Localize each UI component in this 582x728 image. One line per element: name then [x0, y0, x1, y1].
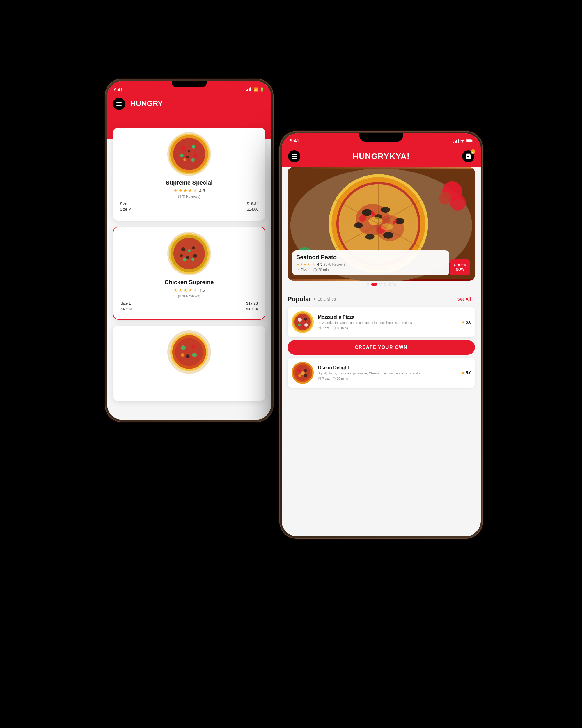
svg-point-6: [193, 153, 197, 158]
svg-point-45: [365, 234, 374, 240]
phone-back: 9:41 📶 🔋: [105, 79, 274, 422]
see-all-label: See All: [458, 297, 471, 302]
food-desc-mozzarella: mozzarella, tomatoes, green pepper, onio…: [318, 321, 458, 325]
food-item-ocean[interactable]: Ocean Delight Squid, clams, crab stick, …: [287, 358, 475, 388]
popular-count: 18 Dishes: [318, 297, 336, 302]
cart-icon: [465, 153, 471, 160]
food-name-ocean: Ocean Delight: [318, 365, 458, 370]
create-own-button[interactable]: CREATE YOUR OWN: [287, 340, 475, 355]
reviews-supreme: (378 Reviews): [117, 194, 261, 199]
price-row-chicken-m: Size M $10.34: [118, 306, 260, 312]
pizza-image-chicken: [167, 232, 211, 276]
food-info-ocean: Ocean Delight Squid, clams, crab stick, …: [318, 365, 458, 380]
hero-reviews: (378 Reviews): [324, 262, 347, 266]
svg-point-27: [186, 355, 190, 359]
pizza-card-special[interactable]: [113, 326, 266, 401]
dot-2-active[interactable]: [371, 283, 377, 286]
back-status-time: 9:41: [114, 87, 123, 92]
svg-point-5: [186, 156, 189, 158]
food-thumb-ocean: [291, 361, 314, 384]
svg-point-26: [192, 345, 195, 348]
hero-type: Pizza: [296, 268, 309, 272]
reviews-chicken: (378 Reviews): [118, 294, 260, 298]
svg-point-42: [381, 207, 390, 213]
svg-point-9: [183, 158, 186, 161]
scene: 9:41 📶 🔋: [87, 44, 495, 684]
svg-point-14: [181, 247, 185, 251]
svg-point-74: [304, 369, 307, 372]
svg-point-2: [173, 138, 205, 170]
clock-icon-3: [333, 377, 336, 380]
svg-point-25: [181, 345, 186, 350]
stars-chicken: ★ ★ ★ ★ ★ 4.5: [118, 287, 260, 293]
signal-icon: [246, 88, 251, 91]
svg-point-46: [354, 223, 363, 228]
svg-point-66: [304, 323, 308, 327]
front-battery-icon: [466, 139, 473, 143]
food-name-mozzarella: Mozzarella Pizza: [318, 314, 458, 320]
svg-point-17: [193, 254, 197, 258]
pizza-card-chicken[interactable]: Chicken Supreme ★ ★ ★ ★ ★ 4.5 (378 Revie…: [113, 227, 266, 320]
front-app-header: HUNGRYKYA! 1: [282, 146, 481, 166]
battery-icon: 🔋: [259, 87, 264, 92]
pizza-card-supreme[interactable]: Supreme Special ★ ★ ★ ★ ★ 4.5 (378 Revie…: [113, 128, 266, 221]
rating-chicken: 4.5: [199, 288, 205, 293]
food-rating-num-ocean: 5.0: [466, 370, 471, 375]
svg-point-15: [192, 246, 195, 249]
rating-star-icon-2: ★: [461, 370, 465, 375]
front-app-title: HUNGRYKYA!: [353, 152, 410, 161]
food-item-mozzarella[interactable]: Mozzarella Pizza mozzarella, tomatoes, g…: [287, 307, 475, 337]
food-rating-num-mozzarella: 5.0: [466, 320, 471, 324]
svg-point-21: [192, 258, 194, 261]
chevron-right-icon: [471, 297, 475, 301]
price-row-chicken-l: Size L $17.23: [118, 301, 260, 306]
food-meta-mozzarella: Pizza 15 mins: [318, 326, 458, 330]
pizza-image-supreme: [167, 132, 211, 176]
price-row-supreme-m: Size M $14.60: [117, 206, 261, 212]
back-menu-button[interactable]: [113, 98, 125, 110]
svg-point-8: [188, 150, 190, 152]
food-type-mozzarella: Pizza: [318, 326, 330, 330]
rating-supreme: 4.5: [199, 188, 205, 193]
svg-point-68: [301, 325, 304, 328]
dot-4[interactable]: [384, 283, 386, 286]
svg-point-53: [450, 194, 466, 211]
pizza-image-special: [167, 330, 211, 374]
food-type-ocean: Pizza: [318, 377, 330, 380]
svg-point-28: [192, 353, 197, 357]
pizza-info-overlay: Seafood Pesto ★★★★ ★ 4.5 (378 Reviews): [292, 251, 449, 276]
dot-1[interactable]: [367, 283, 369, 286]
svg-point-24: [175, 338, 203, 366]
hero-carousel[interactable]: Seafood Pesto ★★★★ ★ 4.5 (378 Reviews): [287, 167, 475, 281]
svg-point-67: [298, 323, 301, 327]
food-meta-ocean: Pizza 20 mins: [318, 377, 458, 380]
svg-point-13: [173, 238, 205, 269]
svg-point-16: [186, 256, 189, 259]
dot-5[interactable]: [388, 283, 391, 286]
front-menu-button[interactable]: [288, 150, 300, 162]
order-now-button[interactable]: ORDER NOW: [450, 259, 470, 276]
front-status-icons: [453, 139, 473, 143]
price-row-supreme-l: Size L $18.34: [117, 201, 261, 206]
food-thumb-mozzarella: [291, 310, 314, 334]
dot-3[interactable]: [379, 283, 382, 286]
food-desc-ocean: Squid, clams, crab stick, pineapple, Che…: [318, 371, 458, 375]
rating-star-icon: ★: [461, 320, 465, 324]
svg-point-64: [298, 318, 302, 322]
cart-badge: 1: [471, 149, 475, 154]
pizza-name-supreme: Supreme Special: [117, 179, 261, 186]
fork-knife-icon-2: [318, 327, 321, 330]
pizza-name-chicken: Chicken Supreme: [118, 279, 260, 286]
popular-title: Popular: [287, 295, 311, 303]
front-screen: 9:41: [282, 133, 481, 537]
food-time-mozzarella: 15 mins: [333, 326, 348, 330]
dot-6[interactable]: [393, 283, 396, 286]
svg-point-20: [183, 258, 187, 261]
see-all-button[interactable]: See All: [458, 297, 475, 302]
clock-icon: [313, 268, 317, 272]
back-notch: [172, 81, 206, 87]
svg-rect-32: [472, 140, 473, 141]
hero-rating-row: ★★★★ ★ 4.5 (378 Reviews): [296, 262, 445, 266]
front-cart-button[interactable]: 1: [462, 150, 474, 162]
food-rating-ocean: ★ 5.0: [461, 370, 471, 375]
